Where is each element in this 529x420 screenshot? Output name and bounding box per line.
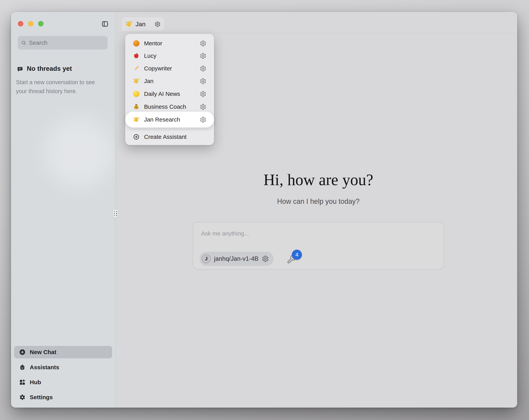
sidebar-item-new-chat[interactable]: New Chat [14,346,112,358]
main-area: Jan Mentor Lucy Copywriter Ja [115,12,517,407]
grid-plus-icon [19,379,26,386]
header-divider [116,33,517,33]
greeting-subtitle: How can I help you today? [193,197,444,205]
sidebar-glow-decoration [44,117,114,187]
search-icon [21,40,26,46]
empty-threads-title: No threads yet [27,65,72,72]
desktop: { "window": { "traffic_lights": ["close"… [0,0,529,420]
zoom-button[interactable] [38,21,43,27]
menu-item-jan[interactable]: Jan [125,75,214,87]
panel-left-icon [103,22,107,26]
menu-item-label: Create Assistant [144,134,186,140]
sidebar: No threads yet Start a new conversation … [11,12,115,407]
search-input[interactable] [29,40,104,46]
model-avatar: J [202,254,211,263]
gear-icon[interactable] [200,91,206,97]
yellow-circle-icon [133,91,140,97]
money-bag-icon [133,103,140,110]
active-assistant-name: Jan [135,21,152,28]
menu-item-label: Mentor [144,40,162,47]
orange-circle-icon [133,40,140,47]
pencil-icon [133,65,140,72]
window-controls [18,21,43,27]
sidebar-item-hub[interactable]: Hub [14,376,112,388]
sidebar-resize-handle[interactable] [113,210,118,217]
menu-item-label: Daily AI News [144,91,180,97]
menu-item-business-coach[interactable]: Business Coach [125,101,214,113]
tools-count-badge: 4 [292,250,302,260]
minimize-button[interactable] [28,21,33,27]
menu-item-copywriter[interactable]: Copywriter [125,62,214,75]
close-button[interactable] [18,21,23,27]
sidebar-item-assistants[interactable]: Assistants [14,361,112,373]
sidebar-item-settings[interactable]: Settings [14,391,112,403]
search-box[interactable] [18,36,107,50]
menu-item-create-assistant[interactable]: Create Assistant [125,131,214,143]
message-input[interactable] [201,230,415,237]
gear-icon [19,394,26,401]
model-name: janhq/Jan-v1-4B [214,255,259,262]
model-selector-button[interactable]: J janhq/Jan-v1-4B [199,252,274,266]
menu-item-label: Business Coach [144,103,186,110]
greeting-title: Hi, how are you? [193,170,444,190]
gear-icon[interactable] [200,116,206,123]
assistant-settings-icon[interactable] [155,21,160,27]
apple-icon [133,53,140,59]
threads-bubble-icon [17,66,23,72]
model-settings-icon[interactable] [262,255,269,262]
plus-circle-icon [19,349,26,355]
waving-hand-icon [125,20,132,28]
menu-item-label: Jan [144,78,153,84]
bot-icon [19,364,26,371]
grip-dots-icon [114,211,117,216]
menu-item-label: Lucy [144,53,156,59]
circle-plus-icon [133,134,140,140]
assistant-selector-button[interactable]: Jan [122,17,164,31]
menu-item-mentor[interactable]: Mentor [125,37,214,50]
gear-icon[interactable] [200,65,206,72]
waving-hand-icon [133,116,140,123]
nav-label: Settings [30,394,53,401]
menu-item-label: Jan Research [144,116,180,123]
chat-composer[interactable]: J janhq/Jan-v1-4B 4 [193,222,444,270]
app-window: No threads yet Start a new conversation … [11,12,517,407]
nav-label: New Chat [30,349,56,355]
assistant-dropdown-menu: Mentor Lucy Copywriter Jan Daily AI [125,34,214,145]
nav-label: Hub [30,379,41,386]
sidebar-toggle-button[interactable] [102,20,108,27]
menu-item-jan-research[interactable]: Jan Research [125,112,214,128]
empty-threads-line2: your thread history here. [16,87,95,96]
gear-icon[interactable] [200,104,206,110]
empty-threads-line1: Start a new conversation to see [16,78,95,87]
empty-threads-description: Start a new conversation to see your thr… [16,78,95,96]
nav-label: Assistants [30,364,59,371]
menu-item-daily-ai-news[interactable]: Daily AI News [125,88,214,100]
waving-hand-icon [133,78,140,84]
gear-icon[interactable] [200,78,206,84]
gear-icon[interactable] [200,53,206,59]
menu-item-label: Copywriter [144,65,172,72]
menu-item-lucy[interactable]: Lucy [125,50,214,62]
gear-icon[interactable] [200,40,206,47]
